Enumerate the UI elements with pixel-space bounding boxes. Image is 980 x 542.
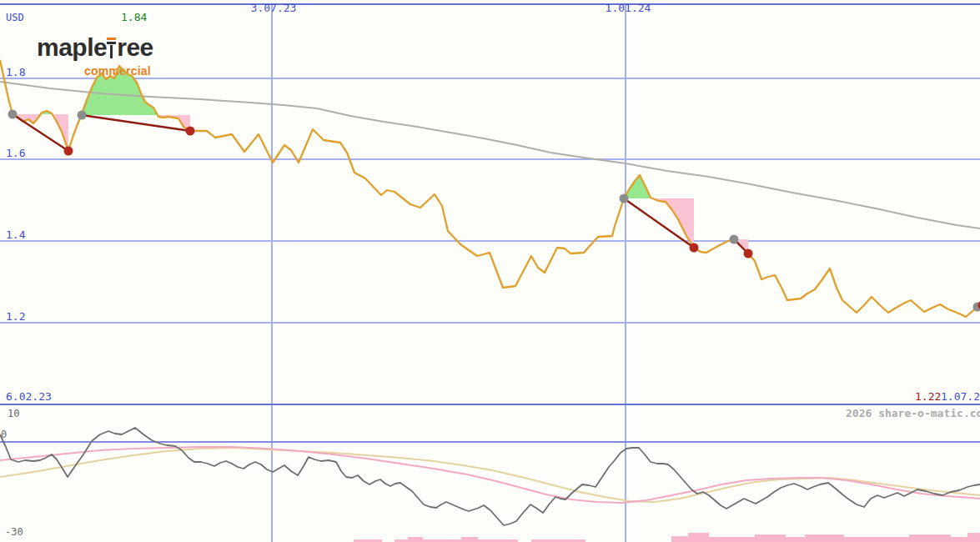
last-price-label: 1.22 [915,391,941,402]
price-tick-1.8: 1.8 [6,67,25,78]
price-tick-1.2: 1.2 [6,311,25,322]
osc-tick-minus-30: -30 [5,527,23,537]
osc-tick-0: 0 [1,429,7,439]
last-date-label: 1.07.24 [941,391,980,402]
period-high-label: 1.84 [121,12,147,23]
top-date-label-2: 1.01.24 [606,3,651,13]
currency-label: USD [6,13,24,23]
start-date-label: 6.02.23 [6,391,52,402]
top-date-label-1: 3.07.23 [251,3,297,13]
chart-series-layer [0,0,980,542]
price-tick-1.6: 1.6 [6,148,25,158]
watermark: 2026 share-o-matic.com [846,408,980,419]
price-tick-1.4: 1.4 [6,229,25,240]
osc-tick-10: 10 [8,409,19,419]
stock-chart-window: mapleree commercial USD 1.84 3.07.23 1.0… [0,0,980,542]
